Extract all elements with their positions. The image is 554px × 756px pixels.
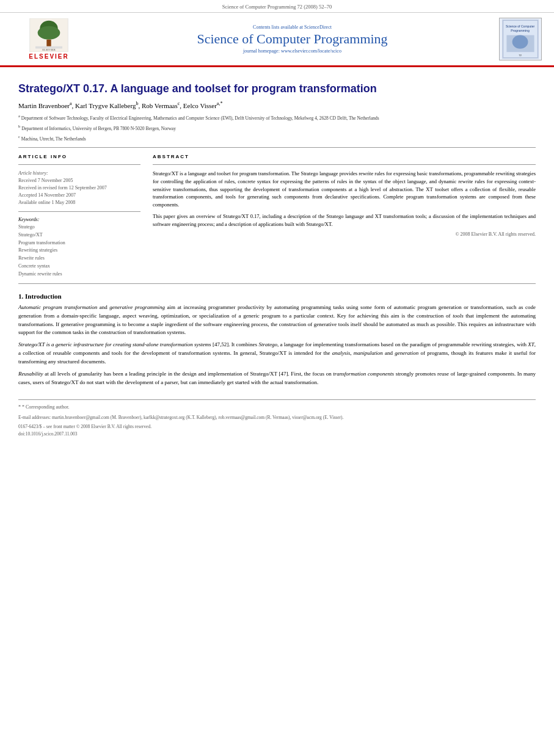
keyword-3: Rewriting strategies xyxy=(18,247,140,255)
svg-text:Science of Computer: Science of Computer xyxy=(506,24,535,28)
article-info-label: ARTICLE INFO xyxy=(18,154,140,159)
info-divider-1 xyxy=(18,164,140,165)
abstract-text: Stratego/XT is a language and toolset fo… xyxy=(153,170,536,228)
abstract-para-1: Stratego/XT is a language and toolset fo… xyxy=(153,170,536,209)
elsevier-logo-box: ELSEVIER ELSEVIER xyxy=(12,18,86,60)
contents-link: Contents lists available at ScienceDirec… xyxy=(92,24,493,30)
sciencedirect-link[interactable]: ScienceDirect xyxy=(304,24,332,30)
journal-ref: Science of Computer Programming 72 (2008… xyxy=(222,4,332,10)
paper-title: Stratego/XT 0.17. A language and toolset… xyxy=(18,82,536,96)
abstract-label: ABSTRACT xyxy=(153,154,536,159)
keywords-section: Keywords: Stratego Stratego/XT Program t… xyxy=(18,217,140,278)
elsevier-brand-text: ELSEVIER xyxy=(29,53,68,60)
journal-top-header: Science of Computer Programming 72 (2008… xyxy=(0,0,554,13)
divider-top xyxy=(18,147,536,148)
journal-title-banner: Science of Computer Programming xyxy=(92,31,493,47)
intro-para-3: Reusability at all levels of granularity… xyxy=(18,370,536,387)
homepage-url[interactable]: www.elsevier.com/locate/scico xyxy=(281,48,341,54)
svg-point-2 xyxy=(38,26,60,40)
license-line: 0167-6423/$ – see front matter © 2008 El… xyxy=(18,423,536,430)
svg-point-11 xyxy=(512,35,528,49)
authors-line: Martin Bravenboera, Karl Trygve Kalleber… xyxy=(18,101,536,109)
keyword-5: Concrete syntax xyxy=(18,263,140,271)
elsevier-tree-icon: ELSEVIER xyxy=(28,18,70,52)
info-divider-2 xyxy=(18,211,140,212)
abstract-col: ABSTRACT Stratego/XT is a language and t… xyxy=(153,154,536,278)
affiliation-c: c Machina, Utrecht, The Netherlands xyxy=(18,134,536,142)
svg-text:ELSEVIER: ELSEVIER xyxy=(42,48,56,51)
email-line: E-mail addresses: martin.bravenboer@gmai… xyxy=(18,414,536,421)
keyword-6: Dynamic rewrite rules xyxy=(18,271,140,278)
article-info-col: ARTICLE INFO Article history: Received 7… xyxy=(18,154,140,278)
main-content: Stratego/XT 0.17. A language and toolset… xyxy=(0,67,554,443)
abstract-para-2: This paper gives an overview of Stratego… xyxy=(153,213,536,228)
received-date: Received 7 November 2005 xyxy=(18,177,140,184)
affiliation-b: b Department of Informatics, University … xyxy=(18,123,536,132)
accepted-date: Accepted 14 November 2007 xyxy=(18,192,140,199)
banner-center: Contents lists available at ScienceDirec… xyxy=(92,24,493,54)
keyword-1: Stratego/XT xyxy=(18,231,140,239)
abstract-divider xyxy=(153,164,536,165)
doi-line: doi:10.1016/j.scico.2007.11.003 xyxy=(18,431,536,437)
two-col-section: ARTICLE INFO Article history: Received 7… xyxy=(18,154,536,278)
available-date: Available online 1 May 2008 xyxy=(18,199,140,206)
affiliation-a: a Department of Software Technology, Fac… xyxy=(18,113,536,122)
keyword-0: Stratego xyxy=(18,224,140,231)
section-divider xyxy=(18,283,536,284)
journal-cover-image: Science of Computer Programming 72 xyxy=(499,18,542,60)
intro-para-2: Stratego/XT is a generic infrastructure … xyxy=(18,341,536,366)
footer-section: * * Corresponding author. E-mail address… xyxy=(18,399,536,437)
copyright: © 2008 Elsevier B.V. All rights reserved… xyxy=(153,231,536,237)
keyword-4: Rewrite rules xyxy=(18,255,140,263)
keywords-label: Keywords: xyxy=(18,217,140,222)
history-label: Article history: xyxy=(18,170,140,177)
intro-para-1: Automatic program transformation and gen… xyxy=(18,303,536,338)
page-wrapper: Science of Computer Programming 72 (2008… xyxy=(0,0,554,756)
corresponding-author-note: * * Corresponding author. xyxy=(18,404,536,412)
svg-rect-3 xyxy=(46,40,51,46)
revised-date: Received in revised form 12 September 20… xyxy=(18,184,140,192)
journal-homepage: journal homepage: www.elsevier.com/locat… xyxy=(92,48,493,54)
svg-text:72: 72 xyxy=(519,54,522,57)
keyword-2: Program transformation xyxy=(18,239,140,247)
elsevier-banner: ELSEVIER ELSEVIER Contents lists availab… xyxy=(0,13,554,67)
section-1-heading: 1. Introduction xyxy=(18,293,536,300)
svg-text:Programming: Programming xyxy=(511,29,530,32)
